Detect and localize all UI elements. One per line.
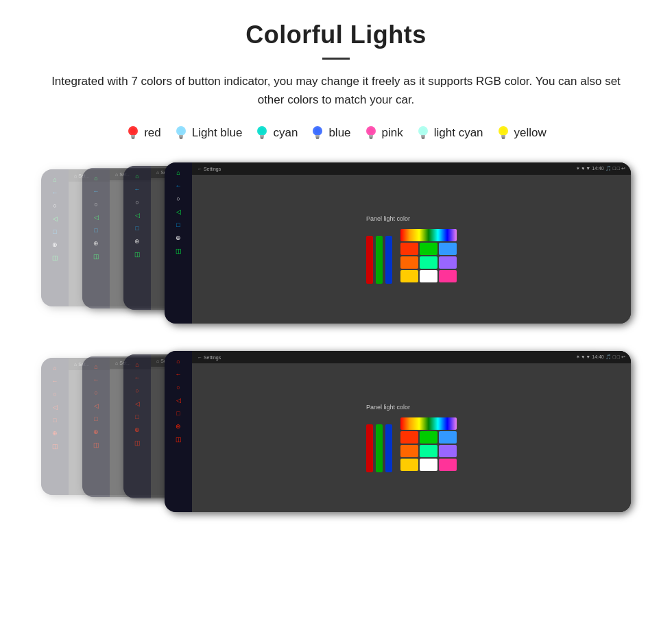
color-item-light-cyan: light cyan (416, 124, 483, 142)
left-bar-icon: ⌂ (51, 175, 58, 184)
svg-point-9 (178, 128, 184, 134)
left-bar-icon: ◫ (133, 250, 142, 259)
color-bar (385, 236, 392, 284)
svg-point-29 (420, 128, 426, 134)
left-bar-icon: ⌂ (134, 360, 140, 369)
grid-cell (400, 459, 418, 471)
left-bar-icon: ○ (93, 199, 99, 209)
left-bar-icon: ⌂ (51, 363, 58, 373)
color-bar (376, 424, 383, 472)
svg-rect-33 (502, 138, 505, 140)
grid-cell (400, 445, 418, 457)
grid-cell (420, 243, 437, 255)
left-bar-icon: ◫ (92, 440, 101, 450)
left-bar-icon: ← (51, 188, 60, 197)
left-bar-icon: ← (51, 376, 60, 386)
stacked-device: ⌂←○◁□⊕◫ ← Settings ✶ ♥ ▼ 14:40 🎵 □ □ ↩ P… (165, 162, 631, 324)
device-left-bar: ⌂←○◁□⊕◫ (82, 168, 110, 308)
left-bar-icon: ◁ (175, 207, 182, 217)
grid-cell (420, 459, 437, 471)
grid-cell (439, 445, 457, 457)
color-bar (366, 236, 373, 284)
device-section-2: ⌂←○◁□⊕◫ ⌂ Set... ← ⌂←○◁□⊕◫ ⌂ Set... ← ⌂←… (41, 351, 631, 519)
left-bar-icon: ← (92, 186, 101, 196)
svg-rect-12 (261, 137, 264, 138)
screen-status: ✶ ♥ ▼ 14:40 🎵 □ □ ↩ (576, 166, 625, 171)
grid-cell (439, 459, 457, 471)
left-bar-icon: ⌂ (175, 168, 181, 178)
color-grid-container (400, 417, 457, 472)
grid-cell (420, 445, 437, 457)
left-bar-icon: ○ (134, 386, 140, 396)
left-bar-icon: ⊕ (133, 236, 141, 246)
left-bar-icon: ⌂ (93, 173, 99, 183)
grid-cell (420, 270, 437, 282)
svg-rect-13 (261, 138, 263, 140)
color-label: cyan (273, 126, 298, 140)
color-bar (376, 236, 383, 284)
left-bar-icon: □ (93, 414, 99, 424)
left-bar-icon: ◁ (134, 210, 141, 220)
left-bar-icon: □ (51, 227, 58, 236)
left-bar-icon: ⊕ (133, 425, 141, 435)
left-bar-icon: ○ (175, 194, 181, 204)
color-label: pink (382, 126, 403, 140)
color-bars-container (366, 229, 392, 284)
grid-cell (439, 243, 457, 255)
left-bar-icon: ○ (51, 389, 58, 399)
left-bar-icon: ← (174, 181, 183, 191)
svg-rect-2 (132, 137, 135, 138)
panel-label: Panel light color (366, 215, 457, 222)
screen-content: Panel light color (192, 175, 631, 324)
bulb-icon-light-cyan (416, 124, 431, 142)
device-left-bar: ⌂←○◁□⊕◫ (165, 162, 192, 324)
color-list: red Light blue cyan blue (27, 124, 645, 142)
description-text: Integrated with 7 colors of button indic… (41, 72, 631, 109)
left-bar-icon: ◫ (92, 252, 101, 261)
grid-cell (420, 256, 437, 269)
grid-cell (439, 256, 457, 269)
device-row-2: ⌂←○◁□⊕◫ ⌂ Set... ← ⌂←○◁□⊕◫ ⌂ Set... ← ⌂←… (41, 351, 631, 519)
grid-cell (400, 270, 418, 282)
left-bar-icon: □ (134, 223, 140, 233)
left-bar-icon: ◫ (51, 441, 60, 451)
color-item-cyan: cyan (254, 124, 298, 142)
left-bar-icon: ⊕ (92, 239, 100, 248)
svg-rect-8 (180, 138, 182, 140)
left-bar-icon: ○ (175, 383, 181, 392)
left-bar-icon: ⌂ (134, 171, 140, 181)
rainbow-strip (400, 229, 457, 241)
svg-point-14 (259, 128, 265, 134)
svg-point-34 (501, 128, 506, 134)
screen-nav-back: ← Settings (197, 167, 221, 171)
left-bar-icon: □ (93, 226, 99, 235)
color-item-yellow: yellow (496, 124, 547, 142)
svg-rect-32 (501, 137, 505, 138)
svg-point-24 (368, 128, 374, 134)
device-left-bar: ⌂←○◁□⊕◫ (123, 166, 151, 310)
screen-status: ✶ ♥ ▼ 14:40 🎵 □ □ ↩ (576, 354, 625, 360)
device-left-bar: ⌂←○◁□⊕◫ (41, 358, 69, 495)
device-left-bar: ⌂←○◁□⊕◫ (165, 351, 192, 512)
bulb-icon-blue (310, 124, 325, 142)
svg-rect-18 (316, 138, 319, 140)
svg-rect-28 (422, 138, 424, 140)
left-bar-icon: ◫ (174, 435, 183, 444)
panel-content (366, 229, 457, 284)
svg-point-4 (130, 128, 136, 134)
color-label: light cyan (434, 126, 483, 140)
left-bar-icon: ◫ (51, 253, 60, 263)
color-item-Light-blue: Light blue (173, 124, 243, 142)
grid-cell (439, 431, 457, 444)
panel-label: Panel light color (366, 404, 457, 411)
panel-light-color: Panel light color (366, 215, 457, 284)
screen-content: Panel light color (192, 363, 631, 512)
screen-topbar: ← Settings ✶ ♥ ▼ 14:40 🎵 □ □ ↩ (192, 162, 631, 175)
left-bar-icon: ⊕ (51, 240, 59, 250)
device-left-bar: ⌂←○◁□⊕◫ (41, 169, 69, 306)
left-bar-icon: ⊕ (174, 233, 182, 243)
left-bar-icon: ◁ (93, 401, 100, 411)
left-bar-icon: ⊕ (174, 422, 182, 431)
left-bar-icon: □ (51, 415, 58, 425)
left-bar-icon: ◁ (51, 214, 59, 223)
